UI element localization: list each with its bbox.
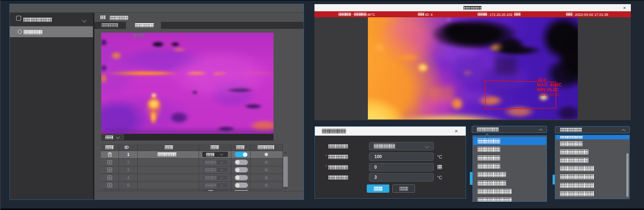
svg-text:AVG:28.0C: AVG:28.0C [539,92,560,97]
svg-text:MAX: 45/8C: MAX: 45/8C [537,82,562,88]
svg-text:ID:4: ID:4 [538,77,546,82]
svg-text:MIN:25.0C: MIN:25.0C [537,87,559,92]
